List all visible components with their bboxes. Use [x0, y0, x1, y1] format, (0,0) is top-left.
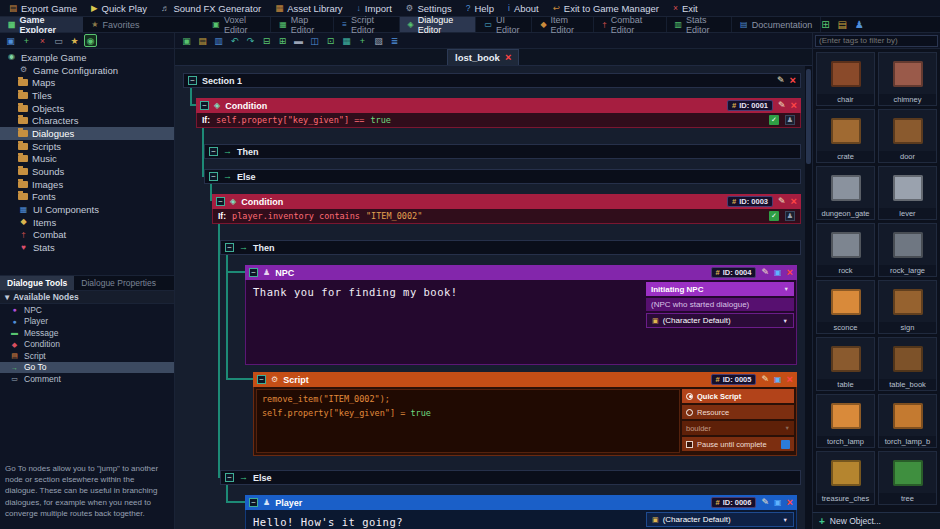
tree-item[interactable]: Images [0, 178, 174, 191]
asset-tile[interactable]: sign [878, 280, 937, 334]
duplicate-icon[interactable]: ▣ [774, 269, 782, 277]
toolbar-icon[interactable]: + [356, 34, 369, 47]
asset-tile[interactable]: lever [878, 166, 937, 220]
tab-dialogue-properties[interactable]: Dialogue Properties [74, 276, 163, 290]
tree-item[interactable]: Scripts [0, 140, 174, 153]
asset-tile[interactable]: dungeon_gate [816, 166, 875, 220]
toolbar-icon[interactable]: ⊞ [276, 34, 289, 47]
document-tab[interactable]: lost_book × [447, 49, 519, 65]
tab-favorites[interactable]: ★ Favorites [83, 17, 147, 32]
collapse-toggle[interactable]: − [249, 498, 258, 507]
info-icon[interactable] [781, 440, 790, 449]
toolbar-icon[interactable]: + [20, 34, 33, 47]
editor-tab[interactable]: ▤ Documentation [732, 17, 821, 32]
toolbar-icon[interactable]: ⊟ [260, 34, 273, 47]
collapse-toggle[interactable]: − [209, 172, 218, 181]
asset-tile[interactable]: tree [878, 451, 937, 505]
tab-dialogue-tools[interactable]: Dialogue Tools [0, 276, 74, 290]
initiating-npc-dropdown[interactable]: Initiating NPC ▼ [646, 282, 794, 296]
then-branch-bar[interactable]: − → Then [220, 240, 801, 255]
asset-tile[interactable]: torch_lamp_b [878, 394, 937, 448]
tree-item[interactable]: Music [0, 153, 174, 166]
duplicate-icon[interactable]: ▣ [774, 499, 782, 507]
resource-dropdown[interactable]: boulder ▼ [682, 421, 794, 435]
asset-tile[interactable]: chair [816, 52, 875, 106]
asset-tile[interactable]: sconce [816, 280, 875, 334]
collapse-toggle[interactable]: − [225, 473, 234, 482]
tab-game-explorer[interactable]: ▦ Game Explorer [0, 17, 83, 32]
edit-icon[interactable]: ✎ [778, 197, 786, 206]
editor-tab[interactable]: ≡ Script Editor [334, 17, 399, 32]
delete-icon[interactable]: × [790, 75, 796, 86]
editor-tab[interactable]: † Combat Editor [594, 17, 666, 32]
person-icon[interactable]: ♟ [785, 115, 795, 125]
menu-item[interactable]: ▶ Quick Play [84, 0, 154, 16]
condition-value[interactable]: true [370, 115, 390, 125]
asset-tile[interactable]: torch_lamp [816, 394, 875, 448]
person-icon[interactable]: ♟ [785, 211, 795, 221]
new-object-button[interactable]: + New Object... [812, 512, 940, 529]
player-node-0006[interactable]: − ♟ Player #ID: 0006 ✎ ▣ × Hello! How's … [245, 495, 797, 529]
collapse-toggle[interactable]: − [200, 101, 209, 110]
palette-node-item[interactable]: ● NPC [0, 304, 174, 316]
toolbar-icon[interactable]: ▬ [292, 34, 305, 47]
delete-icon[interactable]: × [791, 196, 797, 207]
section-node[interactable]: − Section 1 ✎ × [183, 73, 801, 88]
editor-tab[interactable]: ▭ UI Editor [476, 17, 532, 32]
panel-icon[interactable]: ⊞ [821, 19, 829, 30]
npc-node-0004[interactable]: − ♟ NPC #ID: 0004 ✎ ▣ × Thank you for fi… [245, 265, 797, 365]
asset-tile[interactable]: treasure_ches [816, 451, 875, 505]
palette-node-item[interactable]: ● Player [0, 316, 174, 328]
asset-tile[interactable]: table_book [878, 337, 937, 391]
toolbar-icon[interactable]: ▤ [196, 34, 209, 47]
vertical-scrollbar[interactable] [805, 66, 812, 529]
tree-item[interactable]: ◆ Items [0, 216, 174, 229]
condition-expression[interactable]: player.inventory contains [232, 211, 360, 221]
editor-tab[interactable]: ▥ Stats Editor [667, 17, 733, 32]
available-nodes-header[interactable]: ▾ Available Nodes [0, 291, 174, 304]
toolbar-icon[interactable]: ⊡ [324, 34, 337, 47]
pause-checkbox-row[interactable]: Pause until complete [682, 437, 794, 451]
resource-radio[interactable]: Resource [682, 405, 794, 419]
duplicate-icon[interactable]: ▣ [774, 376, 782, 384]
tree-item[interactable]: Objects [0, 102, 174, 115]
toolbar-icon[interactable]: ≣ [388, 34, 401, 47]
condition-value[interactable]: "ITEM_0002" [366, 211, 422, 221]
delete-icon[interactable]: × [787, 497, 793, 508]
tree-item[interactable]: ▦ UI Components [0, 203, 174, 216]
edit-icon[interactable]: ✎ [761, 268, 769, 277]
character-dropdown[interactable]: ▣ (Character Default) ▼ [646, 512, 794, 527]
tree-item[interactable]: Tiles [0, 89, 174, 102]
tree-item[interactable]: Sounds [0, 165, 174, 178]
asset-tile[interactable]: rock [816, 223, 875, 277]
editor-tab[interactable]: ◆ Item Editor [532, 17, 594, 32]
node-graph-area[interactable]: − Section 1 ✎ × − ◈ Condition #ID: 0001 … [175, 66, 812, 529]
close-icon[interactable]: × [505, 52, 511, 63]
tree-item[interactable]: ⚙ Game Configuration [0, 64, 174, 77]
asset-tile[interactable]: table [816, 337, 875, 391]
toolbar-icon[interactable]: ▭ [52, 34, 65, 47]
asset-tile[interactable]: crate [816, 109, 875, 163]
panel-icon[interactable]: ♟ [855, 19, 864, 30]
tree-item[interactable]: Fonts [0, 191, 174, 204]
palette-node-item[interactable]: → Go To [0, 362, 174, 374]
tree-item[interactable]: ♥ Stats [0, 241, 174, 254]
tree-item[interactable]: Characters [0, 114, 174, 127]
code-editor[interactable]: remove_item("ITEM_0002"); self.property[… [256, 389, 680, 453]
editor-tab[interactable]: ◈ Dialogue Editor [400, 17, 477, 32]
delete-icon[interactable]: × [787, 267, 793, 278]
else-branch-bar[interactable]: − → Else [204, 169, 801, 184]
palette-node-item[interactable]: ▤ Script [0, 350, 174, 362]
toolbar-icon[interactable]: ▦ [340, 34, 353, 47]
asset-tile[interactable]: door [878, 109, 937, 163]
collapse-toggle[interactable]: − [188, 76, 197, 85]
editor-tab[interactable]: ▣ Voxel Editor [204, 17, 271, 32]
script-node-0005[interactable]: − ⚙ Script #ID: 0005 ✎ ▣ × remove_item("… [253, 372, 797, 456]
character-dropdown[interactable]: ▣ (Character Default) ▼ [646, 313, 794, 328]
collapse-toggle[interactable]: − [225, 243, 234, 252]
tree-item[interactable]: † Combat [0, 229, 174, 242]
checkbox-icon[interactable]: ✓ [769, 115, 779, 125]
palette-node-item[interactable]: ▭ Comment [0, 373, 174, 385]
toolbar-icon[interactable]: ★ [68, 34, 81, 47]
condition-node-0003[interactable]: − ◈ Condition #ID: 0003 ✎ × If: player.i… [212, 194, 801, 224]
